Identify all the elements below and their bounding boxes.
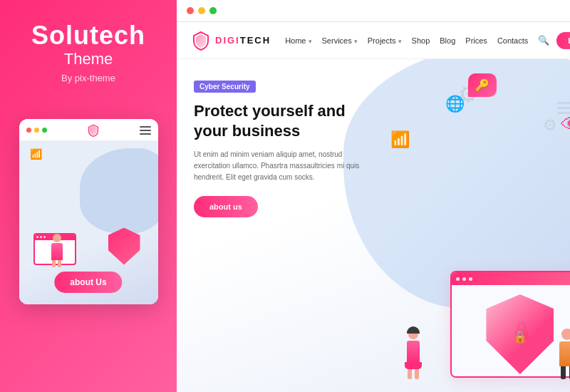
illus-browser-bar [452,272,570,285]
mini-browser-dot [43,236,46,238]
mobile-top-bar [19,119,158,141]
nav-link-blog[interactable]: Blog [440,36,455,45]
mini-shield [108,228,140,265]
woman-head [408,329,418,339]
hamburger-menu[interactable] [140,126,151,135]
mini-leg [52,260,56,267]
brand-subtitle: Theme [31,50,145,68]
mobile-mockup: 📶 about Us [19,119,158,304]
booked-button[interactable]: booked [556,32,570,49]
brand-by: By pix-theme [31,73,145,83]
woman-hair [407,326,420,334]
nav-link-contacts[interactable]: Contacts [497,36,528,45]
gear-icon-small: ⚙ [543,116,557,135]
mobile-dot-red [26,128,31,133]
chevron-down-icon: ▾ [309,38,312,45]
woman-figure [405,329,422,379]
mini-woman-head [53,234,61,242]
nav-logo: DIGITECH [191,31,271,51]
hero-body: Ut enim ad minim veniam aliquip amet, no… [194,149,366,183]
mobile-logo [87,124,100,137]
nav-logo-shield-icon [191,31,211,51]
chevron-down-icon: ▾ [398,38,402,45]
wifi-icon: 📶 [390,130,410,149]
browser-dot-yellow [198,7,205,14]
browser-dot-red [187,7,194,14]
hamburger-line [140,133,151,135]
mobile-dot-yellow [34,128,39,133]
woman-skirt [405,362,422,369]
nav-logo-digi: DIGI [215,35,240,46]
man-torso [559,341,570,366]
illus-dot [456,277,460,281]
woman-legs [405,369,422,379]
deco-line [557,112,570,114]
search-icon[interactable]: 🔍 [538,35,549,46]
browser-chrome [177,0,570,22]
deco-line [557,102,570,104]
hamburger-line [140,130,151,131]
mobile-shield-icon [87,124,100,137]
nav-logo-text: DIGITECH [215,35,271,46]
nav-logo-tech: TECH [240,35,271,46]
woman-leg [408,369,412,379]
woman-leg [415,369,419,379]
nav-link-services[interactable]: Services ▾ [322,36,358,45]
mini-browser-dot [40,236,42,238]
mobile-blob [80,148,158,234]
browser-content: DIGITECH Home ▾ Services ▾ Projects ▾ Sh… [177,22,570,392]
mobile-window-controls [26,128,47,133]
man-figure [559,329,570,379]
chevron-down-icon: ▾ [354,38,358,45]
key-icon: 🔑 [475,78,489,92]
globe-icon: 🌐 [445,95,465,113]
illus-dot [469,277,472,281]
mini-browser-dot [36,236,38,238]
nav-links: Home ▾ Services ▾ Projects ▾ Shop Blog P… [285,35,549,46]
hero-about-button[interactable]: about us [194,196,258,217]
man-leg [561,366,566,379]
nav-link-prices[interactable]: Prices [465,36,487,45]
woman-torso [407,341,420,362]
mini-leg [58,260,61,267]
hero-section: Cyber Security Protect yourself and your… [177,59,570,392]
man-head [561,329,570,340]
desktop-nav: DIGITECH Home ▾ Services ▾ Projects ▾ Sh… [177,22,570,59]
mobile-dot-green [42,128,47,133]
right-panel: DIGITECH Home ▾ Services ▾ Projects ▾ Sh… [177,0,570,392]
hero-title: Protect yourself and your business [194,101,366,140]
illus-dot [462,277,466,281]
left-panel: Solutech Theme By pix-theme [0,0,177,392]
nav-link-home[interactable]: Home ▾ [285,36,311,45]
eye-icon: 👁 [561,113,570,137]
deco-line [557,107,570,109]
decorative-lines [557,102,570,114]
mobile-hero: 📶 about Us [19,141,158,304]
shield-lock-icon: 🔒 [513,330,527,344]
nav-link-shop[interactable]: Shop [412,36,430,45]
browser-dot-green [209,7,217,14]
mini-woman-legs [52,260,61,267]
key-bubble: 🔑 [468,73,497,97]
wifi-icon: 📶 [30,148,42,160]
mini-woman-torso [51,243,63,260]
mobile-about-button[interactable]: about Us [54,272,122,293]
hero-left: Cyber Security Protect yourself and your… [177,59,383,392]
nav-link-projects[interactable]: Projects ▾ [368,36,402,45]
hero-badge: Cyber Security [194,81,256,93]
mini-woman-figure [51,234,63,267]
hamburger-line [140,126,151,128]
man-legs [559,366,570,379]
brand-title: Solutech [31,21,145,50]
hero-illustration: ⚙ ⚙ 🌐 🔑 👁 📶 [383,59,570,392]
